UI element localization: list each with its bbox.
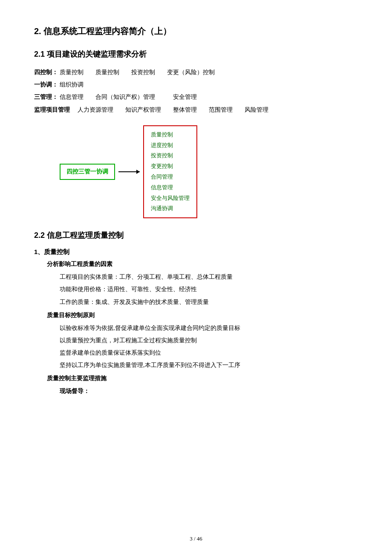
diagram-right-box: 质量控制 进度控制 投资控制 变更控制 合同管理 信息管理 安全与风险管理 沟通… (143, 125, 197, 218)
diagram-container: 四控三管一协调 质量控制 进度控制 投资控制 变更控制 合同管理 信息管理 安全… (60, 125, 358, 218)
page-footer: 3 / 46 (0, 535, 392, 542)
sanguanli-label: 三管理： (34, 94, 58, 100)
diagram-item-5: 合同管理 (151, 173, 190, 182)
diagram-item-6: 信息管理 (151, 183, 190, 192)
sikonzhi-label: 四控制： (34, 69, 58, 75)
principle-1: 以验收标准等为依据,督促承建单位全面实现承建合同约定的质量目标 (60, 323, 358, 333)
factor-2: 功能和使用价格：适用性、可靠性、安全性、经济性 (60, 284, 358, 295)
sanguanli-line: 三管理： 信息管理 合同（知识产权）管理 安全管理 (34, 92, 358, 102)
quality-control-title: 1、质量控制 (34, 248, 358, 256)
principle-4: 坚持以工序为单位实施质量管理,本工序质量不到位不得进入下一工序 (60, 360, 358, 370)
diagram-item-4: 变更控制 (151, 162, 190, 171)
quality-target-title: 质量目标控制原则 (47, 312, 358, 319)
diagram-left-box: 四控三管一协调 (60, 164, 115, 180)
diagram-item-8: 沟通协调 (151, 204, 190, 213)
page-number: 3 / 46 (190, 535, 202, 542)
jianlixiangmu-label: 监理项目管理 (34, 107, 70, 113)
quality-measures-title: 质量控制主要监理措施 (47, 375, 358, 382)
diagram-arrow-wrapper (118, 171, 140, 172)
diagram-arrow (118, 171, 140, 172)
diagram-item-2: 进度控制 (151, 141, 190, 150)
yixietiao-line: 一协调： 组织协调 (34, 79, 358, 90)
principle-2: 以质量预控为重点，对工程施工全过程实施质量控制 (60, 335, 358, 346)
page-container: 2. 信息系统工程监理内容简介（上） 2.1 项目建设的关键监理需求分析 四控制… (0, 0, 392, 555)
sikonzhi-line: 四控制： 质量控制 质量控制 投资控制 变更（风险）控制 (34, 67, 358, 78)
yixietiao-label: 一协调： (34, 81, 58, 88)
principle-3: 监督承建单位的质量保证体系落实到位 (60, 347, 358, 358)
section-2-1-title: 2.1 项目建设的关键监理需求分析 (34, 49, 358, 59)
sikonzhi-text: 质量控制 质量控制 投资控制 变更（风险）控制 (60, 69, 215, 75)
diagram-item-1: 质量控制 (151, 130, 190, 139)
section-2-2-title: 2.2 信息工程监理质量控制 (34, 230, 358, 240)
main-section-title: 2. 信息系统工程监理内容简介（上） (34, 26, 358, 37)
site-supervision-bold: 现场督导： (60, 388, 89, 394)
factor-3: 工作的质量：集成、开发及实施中的技术质量、管理质量 (60, 297, 358, 307)
diagram-item-7: 安全与风险管理 (151, 194, 190, 203)
jianlixiangmu-text: 人力资源管理 知识产权管理 整体管理 范围管理 风险管理 (72, 107, 268, 113)
diagram-item-3: 投资控制 (151, 151, 190, 160)
sanguanli-text: 信息管理 合同（知识产权）管理 安全管理 (60, 94, 197, 100)
analyze-factors-title: 分析影响工程质量的因素 (47, 260, 358, 268)
jianlixiangmu-line: 监理项目管理 人力资源管理 知识产权管理 整体管理 范围管理 风险管理 (34, 104, 358, 115)
factor-1: 工程项目的实体质量：工序、分项工程、单项工程、总体工程质量 (60, 272, 358, 282)
site-supervision-label: 现场督导： (60, 386, 358, 396)
yixietiao-text: 组织协调 (60, 81, 84, 88)
